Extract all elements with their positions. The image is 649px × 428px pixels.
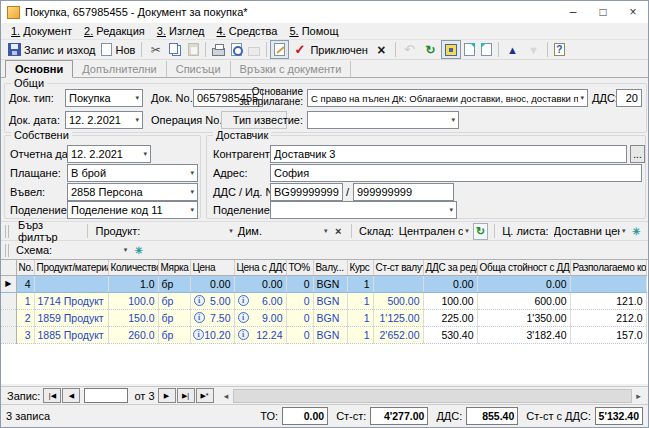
record-position-input[interactable] [84,388,128,403]
grid-row[interactable]: 21859 Продукт150.0брi7.50i9.000BGN11'125… [1,309,646,326]
properties-button[interactable] [441,40,461,59]
cell-product[interactable]: 1859 Продукт [34,309,108,326]
doc-date-combo[interactable]: 12. 2.2021 ▾ [65,111,143,129]
move-up-button[interactable]: ▲ [502,40,523,59]
cell-vat_row[interactable]: 530.40 [423,326,477,343]
help-button[interactable]: ? [551,40,568,59]
info-icon[interactable]: i [194,295,205,306]
row-selector-cell[interactable] [1,292,16,309]
menu-item-3[interactable]: 3. Изглед [151,25,211,37]
menu-item-2[interactable]: 2. Редакция [78,25,151,37]
cell-avail[interactable] [570,275,646,292]
cell-qty[interactable]: 150.0 [108,309,158,326]
maximize-button[interactable]: □ [588,1,618,23]
cut-button[interactable]: ✂ [145,40,166,59]
scroll-left-icon[interactable]: ◂ [220,388,233,403]
refresh-button[interactable]: ↻ [420,40,441,59]
clear-filter-icon[interactable]: × [332,224,345,239]
cell-vat_row[interactable]: 100.00 [423,292,477,309]
pricelist-combo[interactable]: Доставни цени ▾ [552,223,628,239]
record-last-button[interactable]: ▶| [177,388,195,403]
tab-3[interactable]: Списъци [167,61,231,77]
menu-item-5[interactable]: 5. Помощ [283,25,344,37]
doc-type-combo[interactable]: Покупка ▾ [65,89,143,107]
dim-filter-combo[interactable]: ▾ [265,223,330,239]
record-new-button[interactable]: ▶* [196,388,214,403]
warehouse-combo[interactable]: Централен скл ▾ [397,223,471,239]
cell-qty[interactable]: 100.0 [108,292,158,309]
row-selector-cell[interactable] [1,326,16,343]
warehouse-refresh-button[interactable]: ↻ [473,223,488,240]
record-next-button[interactable]: ▶ [158,388,176,403]
cell-unit[interactable]: бр [158,326,190,343]
tab-4[interactable]: Връзки с документи [231,61,352,77]
delete-button[interactable]: × [371,40,392,59]
cell-total_vat[interactable]: 0.00 [477,275,570,292]
cell-no[interactable]: 1 [16,292,34,309]
scrollbar-thumb[interactable] [233,389,632,403]
close-button[interactable]: × [618,1,648,23]
save-exit-button[interactable]: Запис и изход [5,40,98,59]
cell-price[interactable]: i5.00 [190,292,234,309]
column-header-vat_row[interactable]: ДДС за реда [423,260,477,275]
vat-id-input2[interactable]: 999999999 [353,183,454,201]
cell-price[interactable]: 0.00 [190,275,234,292]
paste-document-button[interactable] [478,40,495,59]
record-prev-button[interactable]: ◀ [62,388,80,403]
cell-vat_row[interactable]: 0.00 [423,275,477,292]
new-button[interactable]: Нов [98,40,138,59]
info-icon[interactable]: i [238,329,249,340]
column-header-to[interactable]: ТО% [286,260,313,275]
info-icon[interactable]: i [194,312,205,323]
contractor-browse-button[interactable]: ... [630,145,645,163]
supplier-division-combo[interactable]: ▾ [270,201,457,219]
cell-rate[interactable]: 1 [347,309,373,326]
tab-2[interactable]: Допълнителни [73,61,166,77]
cell-avail[interactable]: 212.0 [570,309,646,326]
cell-currency[interactable]: BGN [313,292,347,309]
cell-product[interactable] [34,275,108,292]
cell-product[interactable]: 1885 Продукт [34,326,108,343]
toolbar-grip[interactable] [5,244,9,257]
horizontal-scrollbar[interactable]: ◂ ▸ [220,388,645,404]
grid-row-selected[interactable]: ▶41.0бр0.000.000BGN10.000.00 [1,275,646,292]
cell-amount_cur[interactable] [373,275,423,292]
column-header-total_vat[interactable]: Обща стойност с ДДС [477,260,570,275]
column-header-rate[interactable]: Курс [347,260,373,275]
copy-document-button[interactable] [461,40,478,59]
tab-1[interactable]: Основни [5,60,73,78]
cell-product[interactable]: 1714 Продукт [34,292,108,309]
cell-no[interactable]: 4 [16,275,34,292]
payment-combo[interactable]: В брой ▾ [67,164,198,182]
cell-unit[interactable]: бр [158,309,190,326]
entered-by-combo[interactable]: 2858 Персона ▾ [67,183,198,201]
cell-unit[interactable]: бр [158,292,190,309]
column-header-qty[interactable]: Количество [108,260,158,275]
cell-total_vat[interactable]: 600.00 [477,292,570,309]
report-date-combo[interactable]: 12. 2.2021 ▾ [67,145,151,163]
row-selector-cell[interactable] [1,309,16,326]
cell-to[interactable]: 0 [286,309,313,326]
print-preview-button[interactable] [228,40,245,59]
notice-type-combo[interactable]: ▾ [307,111,459,129]
cell-amount_cur[interactable]: 500.00 [373,292,423,309]
cell-rate[interactable]: 1 [347,275,373,292]
cell-no[interactable]: 2 [16,309,34,326]
completed-button[interactable]: ✓Приключен [289,40,370,59]
cell-currency[interactable]: BGN [313,326,347,343]
column-header-price[interactable]: Цена [190,260,234,275]
cell-price_vat[interactable]: 0.00 [234,275,286,292]
contractor-input[interactable]: Доставчик 3 [270,145,627,163]
record-first-button[interactable]: |◀ [43,388,61,403]
column-header-amount_cur[interactable]: Ст-ст валута [373,260,423,275]
row-selector-header[interactable] [1,260,16,275]
cell-amount_cur[interactable]: 2'652.00 [373,326,423,343]
cell-price[interactable]: i10.20 [190,326,234,343]
column-header-price_vat[interactable]: Цена с ДДС [234,260,286,275]
edit-document-toggle[interactable] [270,40,289,59]
apply-prices-icon[interactable]: ✳ [630,224,643,239]
column-header-currency[interactable]: Валу... [313,260,347,275]
cell-price_vat[interactable]: i12.24 [234,326,286,343]
toolbar-grip[interactable] [5,225,9,238]
cell-vat_row[interactable]: 225.00 [423,309,477,326]
